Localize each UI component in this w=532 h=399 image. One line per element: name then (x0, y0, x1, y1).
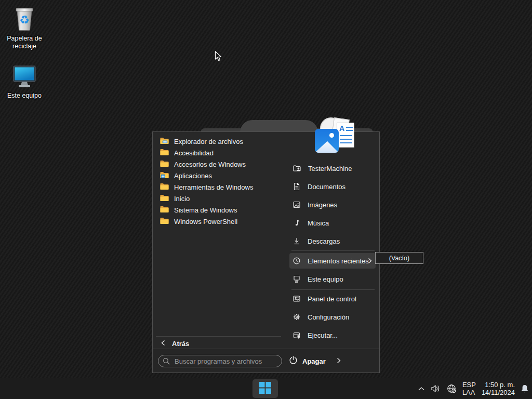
place-item-downloads[interactable]: Descargas (289, 233, 376, 249)
taskbar: ESP LAA 1:50 p. m. 14/11/2024 (0, 378, 532, 399)
document-icon (292, 182, 301, 191)
user-folder-icon (292, 164, 301, 172)
place-item-music[interactable]: Música (289, 215, 376, 231)
chevron-right-icon (368, 258, 372, 265)
separator (291, 289, 375, 290)
separator (291, 250, 375, 251)
place-item-settings[interactable]: Configuración (289, 309, 376, 325)
power-button[interactable]: Apagar (289, 355, 341, 367)
place-item-label: TesterMachine (308, 165, 352, 172)
place-item-label: Este equipo (308, 275, 343, 283)
submenu-empty-label: (Vacío) (389, 255, 409, 262)
place-item-label: Descargas (308, 237, 340, 245)
place-item-recent-items[interactable]: Elementos recientes (289, 253, 376, 269)
menu-bottom-band: Apagar (153, 349, 379, 373)
control-panel-icon (292, 295, 301, 303)
start-menu-item-accesorios-de-windows[interactable]: Accesorios de Windows (153, 158, 283, 170)
keyboard-code: LAA (462, 389, 476, 396)
start-menu-item-label: Herramientas de Windows (174, 183, 253, 191)
desktop-icon-this-pc[interactable]: Este equipo (4, 65, 45, 100)
recent-items-submenu: (Vacío) (375, 252, 423, 264)
windows-logo-icon (259, 382, 271, 396)
system-tray: ESP LAA 1:50 p. m. 14/11/2024 (418, 378, 529, 399)
tray-chevron-up-icon[interactable] (418, 387, 425, 391)
mouse-cursor (215, 51, 223, 64)
folder-icon (160, 194, 169, 203)
separator (156, 336, 281, 337)
user-picture-collage[interactable]: A (315, 116, 360, 154)
start-menu-item-sistema-de-windows[interactable]: Sistema de Windows (153, 204, 283, 216)
start-menu-item-aplicaciones[interactable]: Aplicaciones (153, 170, 283, 181)
place-item-label: Elementos recientes (308, 257, 369, 265)
download-icon (292, 237, 301, 245)
search-input[interactable] (158, 355, 282, 367)
computer-icon (292, 275, 301, 283)
image-icon (292, 201, 301, 209)
folder-explorer-icon (160, 137, 169, 146)
folder-icon (160, 217, 169, 226)
place-item-run[interactable]: Ejecutar... (289, 327, 376, 343)
back-label: Atrás (172, 340, 189, 348)
run-icon (292, 331, 301, 339)
start-button[interactable] (252, 379, 278, 398)
svg-text:♻: ♻ (19, 14, 30, 26)
place-item-control-panel[interactable]: Panel de control (289, 291, 376, 307)
document-page-icon: A (337, 123, 354, 148)
gear-icon (292, 313, 301, 321)
start-menu-item-label: Accesibilidad (174, 149, 214, 157)
folder-icon (160, 160, 169, 169)
start-menu-item-label: Windows PowerShell (174, 218, 237, 225)
place-item-label: Música (308, 219, 329, 227)
start-menu: Explorador de archivos Accesibilidad (152, 131, 380, 373)
pictures-icon (315, 129, 339, 153)
start-menu-item-label: Sistema de Windows (174, 206, 237, 214)
desktop-icon-label: Este equipo (4, 92, 45, 100)
start-menu-item-accesibilidad[interactable]: Accesibilidad (153, 147, 283, 158)
place-item-documents[interactable]: Documentos (289, 179, 376, 194)
place-item-label: Configuración (308, 313, 349, 321)
start-menu-item-herramientas-de-windows[interactable]: Herramientas de Windows (153, 181, 283, 193)
place-item-label: Documentos (308, 183, 345, 191)
chevron-left-icon (161, 340, 165, 348)
place-item-user[interactable]: TesterMachine (289, 161, 376, 176)
folder-icon (160, 206, 169, 215)
start-menu-item-label: Accesorios de Windows (174, 161, 246, 168)
power-icon (289, 356, 298, 366)
search-icon (163, 357, 170, 365)
music-icon (292, 219, 301, 227)
network-globe-icon[interactable] (447, 384, 457, 394)
power-label: Apagar (302, 357, 326, 365)
recycle-bin-icon: ♻ (14, 6, 35, 33)
notification-bell-icon[interactable] (521, 384, 529, 394)
folder-apps-icon (160, 171, 169, 180)
desktop: ♻ Papelera de reciclaje Este equipo (0, 0, 532, 399)
monitor-icon (13, 65, 36, 90)
start-menu-item-label: Aplicaciones (174, 172, 212, 180)
menu-top-arc-dome (240, 120, 318, 132)
tray-clock[interactable]: 1:50 p. m. 14/11/2024 (482, 381, 515, 396)
start-menu-item-windows-powershell[interactable]: Windows PowerShell (153, 216, 283, 227)
chevron-right-icon[interactable] (337, 357, 341, 365)
place-item-pictures[interactable]: Imágenes (289, 197, 376, 212)
speaker-icon[interactable] (431, 384, 441, 393)
start-menu-item-explorador-de-archivos[interactable]: Explorador de archivos (153, 136, 283, 147)
place-item-label: Imágenes (308, 201, 337, 209)
language-code: ESP (462, 381, 476, 389)
start-menu-item-label: Explorador de archivos (174, 138, 243, 145)
desktop-icon-recycle-bin[interactable]: ♻ Papelera de reciclaje (4, 6, 45, 50)
programs-list: Explorador de archivos Accesibilidad (153, 136, 283, 227)
tray-date: 14/11/2024 (482, 389, 515, 396)
start-menu-item-inicio[interactable]: Inicio (153, 193, 283, 204)
start-menu-item-label: Inicio (174, 195, 190, 203)
place-item-this-pc[interactable]: Este equipo (289, 271, 376, 287)
place-item-label: Panel de control (308, 295, 356, 303)
back-button[interactable]: Atrás (153, 338, 281, 349)
folder-icon (160, 183, 169, 192)
language-indicator[interactable]: ESP LAA (462, 381, 476, 396)
folder-icon (160, 149, 169, 157)
place-item-label: Ejecutar... (308, 331, 338, 339)
tray-time: 1:50 p. m. (482, 381, 515, 389)
clock-icon (292, 257, 301, 265)
desktop-icon-label: Papelera de reciclaje (4, 35, 45, 50)
